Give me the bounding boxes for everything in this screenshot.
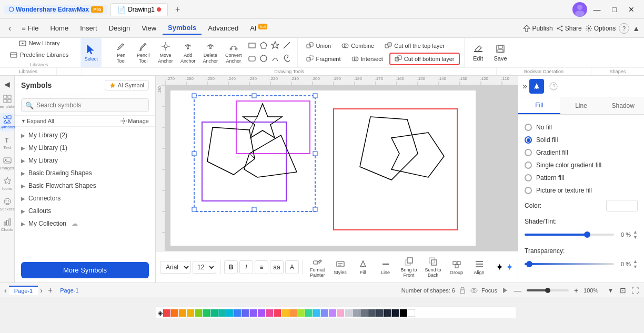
new-library-button[interactable]: New Library (15, 38, 63, 48)
palette-menu[interactable]: ◈ (158, 309, 163, 317)
lowercase-button[interactable]: aa (270, 260, 284, 274)
color-swatch-mint[interactable] (305, 309, 313, 317)
share-button[interactable]: Share (556, 25, 582, 32)
bring-to-front-button[interactable]: Bring to Front (398, 256, 420, 279)
color-swatch-white[interactable] (408, 309, 415, 317)
app-logo[interactable]: ⬡ Wondershare EdrawMax Pro (4, 5, 107, 14)
format-painter-button[interactable]: Format Painter (307, 256, 328, 279)
back-button[interactable]: ‹ (4, 22, 15, 35)
solid-fill-option[interactable]: Solid fill (525, 134, 638, 146)
color-swatch-sky[interactable] (313, 309, 320, 317)
color-swatch[interactable] (606, 200, 638, 211)
help-icon-btn[interactable]: ? (546, 79, 561, 94)
color-swatch-gray-dark[interactable] (368, 309, 376, 317)
bold-button[interactable]: B (224, 260, 238, 274)
save-button[interactable]: Save (490, 38, 511, 67)
images-icon-button[interactable]: Images (0, 154, 14, 173)
color-swatch-slate[interactable] (376, 309, 384, 317)
publish-button[interactable]: Publish (523, 25, 552, 32)
picture-fill-radio[interactable] (525, 187, 532, 194)
gradient-fill-radio[interactable] (525, 149, 532, 156)
trans-up[interactable]: ▲ (633, 259, 638, 264)
sparkle-button[interactable]: ✦ (496, 261, 504, 273)
trans-down[interactable]: ▼ (633, 264, 638, 269)
add-anchor-button[interactable]: Add Anchor (177, 38, 199, 67)
menu-insert[interactable]: Insert (75, 22, 103, 34)
panel-expand-icon[interactable]: » (522, 82, 527, 91)
fill-tab[interactable]: Fill (518, 97, 560, 114)
swirl-tool[interactable] (281, 53, 292, 65)
intersect-button[interactable]: Intersect (347, 53, 387, 65)
solid-fill-radio[interactable] (525, 136, 532, 144)
color-swatch-gray[interactable] (353, 309, 360, 317)
color-swatch-peach[interactable] (289, 309, 297, 317)
no-fill-radio[interactable] (525, 124, 532, 131)
menu-symbols[interactable]: Symbols (163, 22, 202, 35)
union-button[interactable]: Union (302, 41, 335, 51)
list-item[interactable]: ▶ Basic Flowchart Shapes (15, 179, 155, 192)
color-swatch-lavender[interactable] (321, 309, 328, 317)
symbols-icon-button[interactable]: Symbols (0, 113, 14, 132)
color-swatch-yellow-green[interactable] (297, 309, 305, 317)
send-to-back-button[interactable]: Send to Back (422, 256, 445, 279)
combine-button[interactable]: Combine (337, 41, 378, 51)
shade-down[interactable]: ▼ (633, 235, 638, 240)
menu-ai[interactable]: AI hot (245, 22, 273, 34)
pattern-fill-option[interactable]: Pattern fill (525, 171, 638, 184)
menu-home[interactable]: Home (45, 22, 74, 34)
italic-button[interactable]: I (239, 260, 253, 274)
pen-tool-button[interactable]: Pen Tool (110, 38, 132, 67)
fragment-button[interactable]: Fragment (302, 53, 345, 65)
zoom-dropdown[interactable]: ▼ (606, 286, 616, 295)
transparency-thumb[interactable] (526, 261, 532, 267)
select-button[interactable]: Select (80, 38, 102, 67)
color-swatch-near-black[interactable] (392, 309, 399, 317)
delete-anchor-button[interactable]: Delete Anchor (199, 38, 221, 67)
transparency-stepper[interactable]: ▲ ▼ (633, 259, 638, 269)
add-tab-button[interactable]: + (171, 3, 184, 16)
color-swatch-lime[interactable] (195, 309, 202, 317)
list-item[interactable]: ▶ My Library (2) (15, 129, 155, 142)
color-swatch-teal[interactable] (218, 309, 226, 317)
templates-icon-button[interactable]: Templates (0, 93, 14, 111)
list-item[interactable]: ▶ Callouts (15, 205, 155, 217)
gradient-fill-option[interactable]: Gradient fill (525, 146, 638, 159)
align-shapes-button[interactable]: Align (469, 258, 490, 276)
ai-symbol-button[interactable]: AI Symbol (105, 80, 149, 90)
collapse-button[interactable]: ▲ (632, 24, 640, 33)
fill-button[interactable]: Fill (353, 258, 374, 276)
pattern-fill-radio[interactable] (525, 174, 532, 181)
shade-stepper[interactable]: ▲ ▼ (633, 229, 638, 240)
picture-fill-option[interactable]: Picture or texture fill (525, 184, 638, 197)
text-icon-button[interactable]: T Text (0, 134, 14, 152)
cut-bottom-button[interactable]: Cut off bottom layer (389, 53, 460, 65)
maximize-button[interactable]: □ (607, 3, 622, 16)
color-swatch-violet[interactable] (250, 309, 257, 317)
page-1-tab[interactable]: Page-1 (9, 286, 38, 295)
convert-anchor-button[interactable]: Convert Anchor (222, 38, 245, 67)
add-page-button[interactable]: + (45, 285, 56, 296)
color-swatch-green[interactable] (203, 309, 210, 317)
close-button[interactable]: ✕ (623, 3, 640, 16)
color-swatch-red[interactable] (163, 309, 170, 317)
list-item[interactable]: ▶ Connectors (15, 192, 155, 205)
pentagon-tool[interactable] (258, 40, 269, 52)
color-swatch-gray-med[interactable] (360, 309, 368, 317)
uppercase-button[interactable]: A (285, 260, 299, 274)
color-swatch-orange[interactable] (171, 309, 178, 317)
color-swatch-black[interactable] (400, 309, 407, 317)
color-swatch-pink[interactable] (266, 309, 273, 317)
color-swatch-indigo[interactable] (242, 309, 249, 317)
predefine-libraries-button[interactable]: Predefine Libraries (6, 49, 72, 60)
page-nav-prev[interactable]: ‹ (4, 286, 7, 295)
minimize-button[interactable]: — (588, 3, 606, 16)
color-swatch-emerald[interactable] (210, 309, 218, 317)
line-tool[interactable] (281, 40, 292, 52)
zoom-slider[interactable] (527, 289, 569, 291)
icons-icon-button[interactable]: Icons (0, 175, 14, 193)
shade-up[interactable]: ▲ (633, 229, 638, 235)
rect-tool[interactable] (247, 40, 257, 52)
color-swatch-charcoal[interactable] (384, 309, 391, 317)
more-symbols-button[interactable]: More Symbols (21, 262, 149, 278)
circle-tool[interactable] (258, 53, 269, 65)
